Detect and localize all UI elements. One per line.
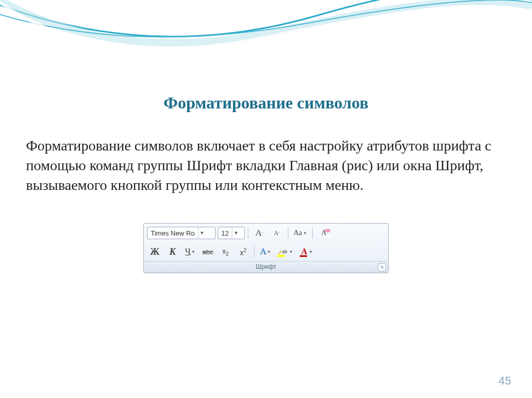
decorative-waves	[0, 0, 532, 78]
superscript-num: 2	[244, 248, 247, 253]
chevron-down-icon: ▼	[198, 227, 206, 239]
font-ribbon-group: Times New Ro ▼ 12 ▼ A ˆ A ˇ Aa	[143, 223, 389, 273]
chevron-down-icon: ▼	[191, 250, 195, 254]
subscript-icon: x2	[222, 247, 229, 257]
chevron-down-icon: ▼	[309, 250, 313, 254]
font-size-combo[interactable]: 12 ▼	[218, 227, 245, 239]
font-color-swatch	[300, 255, 307, 257]
separator	[288, 227, 288, 239]
font-name-value: Times New Ro	[148, 229, 198, 237]
strikethrough-icon: abc	[203, 248, 214, 256]
dialog-launcher-button[interactable]: ↘	[378, 263, 386, 271]
eraser-icon	[325, 227, 331, 233]
chevron-down-icon: ▼	[289, 250, 293, 254]
grow-font-button[interactable]: A ˆ	[251, 226, 267, 240]
caret-down-icon: ˇ	[278, 231, 280, 236]
separator	[254, 246, 255, 257]
subscript-num: 2	[226, 251, 229, 257]
text-effects-button[interactable]: A ▼	[258, 245, 273, 258]
text-effects-icon: A	[260, 246, 266, 257]
highlight-ab-label: ab	[282, 249, 287, 254]
italic-button[interactable]: К	[165, 245, 180, 258]
grow-font-icon: A	[256, 228, 262, 238]
subscript-button[interactable]: x2	[218, 245, 233, 258]
shrink-font-button[interactable]: A ˇ	[269, 226, 285, 240]
ribbon-group-label: Шрифт	[256, 263, 276, 270]
strikethrough-button[interactable]: abc	[200, 245, 216, 258]
font-name-combo[interactable]: Times New Ro ▼	[147, 227, 216, 239]
chevron-down-icon: ▼	[232, 227, 240, 239]
chevron-down-icon: ▼	[267, 250, 271, 254]
underline-icon: Ч	[185, 246, 191, 257]
ribbon-group-label-row: Шрифт ↘	[144, 261, 388, 272]
superscript-icon: x2	[240, 248, 247, 257]
slide-body-text: Форматирование символов включает в себя …	[26, 136, 506, 195]
chevron-down-icon: ▼	[303, 231, 307, 236]
italic-icon: К	[169, 246, 176, 257]
underline-button[interactable]: Ч ▼	[182, 245, 198, 258]
slide-title: Форматирование символов	[26, 93, 506, 113]
svg-rect-0	[325, 229, 330, 232]
change-case-icon: Aa	[294, 229, 302, 237]
caret-up-icon: ˆ	[262, 231, 263, 236]
change-case-button[interactable]: Aa ▼	[291, 226, 309, 240]
page-number: 45	[499, 374, 511, 388]
highlight-button[interactable]: ab ▼	[275, 245, 295, 258]
separator	[312, 227, 313, 239]
font-size-value: 12	[218, 229, 232, 237]
separator	[248, 227, 248, 239]
highlight-color-swatch	[277, 255, 285, 257]
subscript-x: x	[222, 247, 226, 255]
bold-icon: Ж	[150, 246, 159, 257]
superscript-button[interactable]: x2	[235, 245, 251, 258]
superscript-x: x	[240, 248, 244, 256]
font-color-button[interactable]: A ▼	[297, 245, 317, 258]
shrink-font-icon: A	[274, 229, 278, 237]
bold-button[interactable]: Ж	[147, 245, 163, 258]
clear-formatting-button[interactable]: A	[316, 226, 331, 240]
dialog-launcher-icon: ↘	[380, 264, 384, 269]
